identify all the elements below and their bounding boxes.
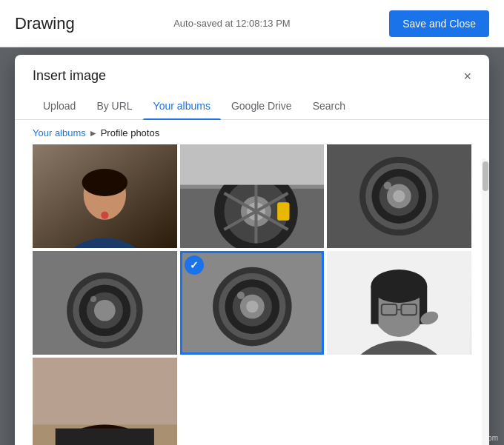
scrollbar-track[interactable]	[482, 158, 489, 445]
modal-close-button[interactable]: ×	[463, 70, 471, 83]
breadcrumb-parent[interactable]: Your albums	[33, 127, 86, 138]
svg-point-5	[82, 169, 127, 196]
modal-title: Insert image	[33, 68, 106, 84]
tabs-container: Upload By URL Your albums Google Drive S…	[15, 93, 489, 120]
tab-search[interactable]: Search	[302, 93, 356, 119]
svg-point-24	[384, 182, 391, 190]
breadcrumb-current: Profile photos	[101, 127, 160, 138]
tab-by-url[interactable]: By URL	[86, 93, 142, 119]
svg-point-44	[371, 270, 428, 303]
top-bar: Drawing Auto-saved at 12:08:13 PM Save a…	[0, 0, 504, 47]
image-grid-wrapper	[15, 144, 489, 445]
image-cell-7[interactable]	[33, 358, 177, 445]
svg-point-23	[393, 190, 405, 202]
image-grid	[33, 144, 471, 445]
image-cell-5[interactable]	[180, 251, 325, 355]
svg-rect-12	[277, 202, 289, 221]
svg-rect-52	[33, 358, 177, 424]
modal-header: Insert image ×	[15, 55, 489, 84]
background-area: Insert image × Upload By URL Your albums…	[0, 47, 504, 445]
image-cell-3[interactable]	[327, 144, 471, 248]
svg-rect-55	[56, 429, 154, 445]
breadcrumb-separator: ►	[89, 128, 98, 138]
svg-point-38	[246, 301, 258, 312]
breadcrumb: Your albums ► Profile photos	[15, 120, 489, 144]
watermark: wsxdn.com	[461, 434, 498, 442]
selected-checkmark	[185, 255, 204, 275]
tab-your-albums[interactable]: Your albums	[143, 93, 221, 119]
svg-rect-16	[180, 144, 325, 185]
insert-image-modal: Insert image × Upload By URL Your albums…	[15, 55, 489, 445]
app-title: Drawing	[15, 14, 75, 33]
image-cell-2[interactable]	[180, 144, 325, 248]
svg-point-39	[237, 292, 245, 299]
tab-upload[interactable]: Upload	[33, 93, 86, 119]
image-cell-4[interactable]	[33, 251, 177, 355]
scrollbar-thumb[interactable]	[483, 161, 488, 191]
image-cell-1[interactable]	[33, 144, 177, 248]
autosave-status: Auto-saved at 12:08:13 PM	[173, 18, 291, 29]
svg-point-30	[94, 300, 116, 321]
svg-point-4	[101, 211, 108, 218]
tab-google-drive[interactable]: Google Drive	[221, 93, 302, 119]
svg-point-31	[90, 296, 96, 302]
save-close-button[interactable]: Save and Close	[389, 10, 489, 37]
svg-rect-45	[371, 286, 379, 324]
image-cell-6[interactable]	[327, 251, 471, 355]
